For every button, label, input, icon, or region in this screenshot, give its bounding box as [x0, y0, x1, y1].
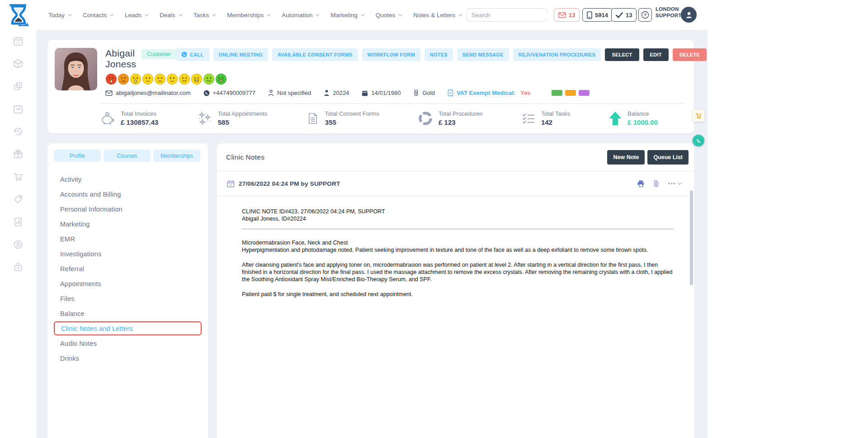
divider [100, 104, 685, 104]
divider [242, 229, 674, 229]
nav-notes-letters[interactable]: Notes & Letters [413, 12, 461, 19]
patient-email[interactable]: abigailjones@mailinator.com [105, 89, 191, 96]
menu-item-files[interactable]: Files [54, 291, 208, 306]
new-note-button[interactable]: New Note [607, 150, 645, 165]
stat-label: Total Tasks [541, 110, 570, 117]
online-meeting-button[interactable]: ONLINE MEETING [213, 48, 269, 61]
stat-label: Total Procedures [439, 110, 483, 117]
price-tag-icon[interactable] [0, 188, 36, 211]
nav-automation[interactable]: Automation [282, 12, 318, 19]
patient-photo[interactable] [55, 48, 97, 90]
cart-icon[interactable] [0, 165, 36, 188]
tag-pill[interactable] [552, 90, 562, 96]
calendar-12-icon[interactable]: 12 [0, 30, 36, 52]
scrollbar[interactable] [690, 190, 693, 285]
nav-tasks[interactable]: Tasks [193, 12, 215, 19]
menu-item-emr[interactable]: EMR [54, 231, 208, 246]
print-icon[interactable] [637, 180, 645, 188]
tab-courses[interactable]: Courses [104, 150, 151, 162]
user-name-line2: SUPPORT [656, 12, 682, 19]
mail-badge[interactable]: 13 [554, 8, 580, 22]
emotion-face-icon[interactable] [105, 73, 117, 85]
stat-total-appointments: Total Appointments 585 [197, 110, 268, 126]
menu-item-referral[interactable]: Referral [54, 261, 208, 276]
gift-icon[interactable] [0, 143, 36, 165]
delete-button[interactable]: DELETE [673, 48, 707, 61]
email-value: abigailjones@mailinator.com [116, 89, 191, 96]
donut-chart-icon [418, 111, 433, 126]
nav-memberships[interactable]: Memberships [227, 12, 269, 19]
floating-cart-button[interactable] [692, 109, 704, 122]
rejuvenation-procedures-button[interactable]: REJUVENATION PROCEDURES [513, 48, 601, 61]
history-icon[interactable] [0, 120, 36, 143]
stat-value: £ 123 [439, 118, 483, 126]
menu-item-balance[interactable]: Balance [54, 306, 208, 321]
tasks-badge[interactable]: 13 [611, 8, 637, 22]
emotion-face-icon[interactable] [191, 73, 203, 85]
paperclip-icon[interactable] [653, 179, 660, 188]
emotion-face-icon[interactable] [166, 73, 178, 85]
notes-button[interactable]: NOTES [425, 48, 453, 61]
workflow-form-button[interactable]: WORKFLOW FORM [362, 48, 420, 61]
emotion-face-icon[interactable] [215, 73, 227, 85]
copy-icon[interactable] [0, 75, 36, 98]
menu-item-activity[interactable]: Activity [54, 172, 208, 187]
search-input[interactable] [467, 12, 556, 19]
emotion-face-icon[interactable] [130, 73, 142, 85]
tag-pill[interactable] [579, 90, 590, 96]
dob-value: 14/01/1980 [371, 89, 401, 96]
support-person-icon[interactable] [0, 233, 36, 256]
tab-memberships[interactable]: Memberships [153, 150, 200, 162]
menu-item-investigations[interactable]: Investigations [54, 246, 208, 261]
emotion-face-icon[interactable] [179, 73, 190, 85]
nav-leads[interactable]: Leads [125, 12, 147, 19]
nav-contacts[interactable]: Contacts [83, 12, 113, 19]
select-button[interactable]: SELECT [605, 48, 639, 61]
nav-deals[interactable]: Deals [160, 12, 181, 19]
call-button[interactable]: CALL [176, 48, 209, 61]
menu-item-clinic-notes-and-letters[interactable]: Clinic Notes and Letters [54, 321, 202, 335]
menu-item-accounts-and-billing[interactable]: Accounts and Billing [54, 187, 208, 202]
menu-item-audio-notes[interactable]: Audio Notes [54, 336, 208, 351]
tag-pill[interactable] [565, 90, 576, 96]
menu-item-personal-information[interactable]: Personal Information [54, 202, 208, 217]
note-date: 27/06/2022 04:24 PM by SUPPORT [239, 180, 340, 187]
help-button[interactable]: ? [638, 8, 652, 22]
user-avatar[interactable] [681, 7, 697, 23]
emotion-face-icon[interactable] [142, 73, 154, 85]
app-logo-hourglass-icon[interactable] [8, 4, 29, 26]
stat-total-tasks: Total Tasks 142 [521, 110, 570, 126]
chevron-down-icon [179, 12, 182, 16]
edit-button[interactable]: EDIT [643, 48, 669, 61]
note-header-row: 12 27/06/2022 04:24 PM by SUPPORT [217, 171, 694, 196]
patient-name: Abigail Joness [105, 48, 136, 70]
nav-marketing[interactable]: Marketing [330, 12, 363, 19]
nav-quotes[interactable]: Quotes [376, 12, 401, 19]
calendar-sync-icon[interactable] [0, 98, 36, 120]
calendar-icon: 12 [227, 180, 235, 188]
svg-text:?: ? [644, 12, 646, 17]
queue-list-button[interactable]: Queue List [647, 150, 689, 165]
report-icon[interactable] [0, 211, 36, 233]
emotion-face-icon[interactable] [154, 73, 166, 85]
patient-phone[interactable]: +447490009777 [203, 89, 255, 96]
package-icon[interactable] [0, 52, 36, 75]
ellipsis-icon [668, 182, 676, 185]
lock-case-icon[interactable] [0, 256, 36, 278]
user-name: LONDON SUPPORT [656, 6, 682, 19]
emotion-face-icon[interactable] [203, 73, 215, 85]
send-message-button[interactable]: SEND MESSAGE [457, 48, 509, 61]
menu-item-marketing[interactable]: Marketing [54, 217, 208, 231]
more-menu[interactable] [668, 182, 680, 185]
mail-count: 13 [569, 12, 575, 19]
emotion-face-icon[interactable] [118, 73, 129, 85]
menu-item-appointments[interactable]: Appointments [54, 276, 208, 291]
tab-profile[interactable]: Profile [54, 150, 101, 162]
calls-badge[interactable]: 5914 [582, 8, 613, 22]
patient-actions: CALL ONLINE MEETING AVAILABLE CONSENT FO… [176, 48, 707, 61]
nav-today[interactable]: Today [48, 12, 71, 19]
available-consent-forms-button[interactable]: AVAILABLE CONSENT FORMS [272, 48, 358, 61]
app-window: Today Contacts Leads Deals Tasks Members… [0, 0, 708, 438]
menu-item-drinks[interactable]: Drinks [54, 351, 208, 366]
floating-phone-button[interactable] [693, 135, 704, 146]
